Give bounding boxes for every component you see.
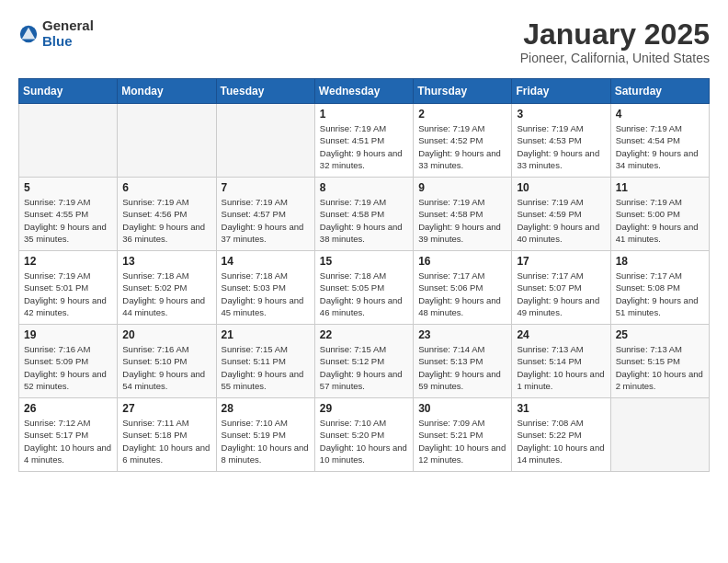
calendar-week-row: 19Sunrise: 7:16 AM Sunset: 5:09 PM Dayli…: [19, 325, 710, 398]
day-number: 17: [517, 255, 605, 268]
header: General Blue January 2025 Pioneer, Calif…: [18, 18, 710, 65]
calendar-cell: 14Sunrise: 7:18 AM Sunset: 5:03 PM Dayli…: [216, 251, 314, 325]
day-info: Sunrise: 7:14 AM Sunset: 5:13 PM Dayligh…: [418, 343, 506, 392]
day-of-week-header: Wednesday: [314, 79, 413, 104]
calendar-cell: 27Sunrise: 7:11 AM Sunset: 5:18 PM Dayli…: [118, 398, 216, 472]
day-of-week-header: Saturday: [610, 79, 709, 104]
day-number: 1: [320, 108, 408, 121]
day-number: 5: [24, 181, 112, 194]
day-number: 13: [122, 255, 210, 268]
day-info: Sunrise: 7:19 AM Sunset: 4:51 PM Dayligh…: [320, 122, 408, 171]
logo-general: General: [42, 18, 94, 34]
logo-blue: Blue: [42, 34, 94, 50]
calendar-week-row: 1Sunrise: 7:19 AM Sunset: 4:51 PM Daylig…: [19, 104, 710, 178]
day-of-week-header: Monday: [118, 79, 216, 104]
day-info: Sunrise: 7:16 AM Sunset: 5:10 PM Dayligh…: [122, 343, 210, 392]
calendar-cell: [118, 104, 216, 178]
day-info: Sunrise: 7:16 AM Sunset: 5:09 PM Dayligh…: [24, 343, 112, 392]
calendar-cell: 18Sunrise: 7:17 AM Sunset: 5:08 PM Dayli…: [610, 251, 709, 325]
day-number: 29: [320, 402, 408, 415]
day-info: Sunrise: 7:19 AM Sunset: 4:53 PM Dayligh…: [517, 122, 605, 171]
calendar-table: SundayMondayTuesdayWednesdayThursdayFrid…: [18, 78, 710, 472]
day-info: Sunrise: 7:19 AM Sunset: 5:01 PM Dayligh…: [24, 270, 112, 318]
day-of-week-header: Tuesday: [216, 79, 314, 104]
day-number: 4: [616, 108, 704, 121]
day-number: 24: [517, 328, 605, 341]
day-info: Sunrise: 7:12 AM Sunset: 5:17 PM Dayligh…: [24, 417, 112, 465]
day-number: 2: [418, 108, 506, 121]
day-number: 20: [122, 328, 210, 341]
day-number: 19: [24, 328, 112, 341]
calendar-cell: 24Sunrise: 7:13 AM Sunset: 5:14 PM Dayli…: [512, 325, 610, 398]
day-info: Sunrise: 7:15 AM Sunset: 5:11 PM Dayligh…: [222, 343, 310, 392]
day-number: 8: [320, 181, 408, 194]
calendar-cell: 20Sunrise: 7:16 AM Sunset: 5:10 PM Dayli…: [118, 325, 216, 398]
day-info: Sunrise: 7:18 AM Sunset: 5:03 PM Dayligh…: [222, 270, 310, 318]
calendar-cell: 26Sunrise: 7:12 AM Sunset: 5:17 PM Dayli…: [19, 398, 118, 472]
day-number: 15: [320, 255, 408, 268]
days-of-week-row: SundayMondayTuesdayWednesdayThursdayFrid…: [19, 79, 710, 104]
day-info: Sunrise: 7:17 AM Sunset: 5:07 PM Dayligh…: [517, 270, 605, 318]
calendar-cell: 5Sunrise: 7:19 AM Sunset: 4:55 PM Daylig…: [19, 178, 118, 251]
calendar-cell: 21Sunrise: 7:15 AM Sunset: 5:11 PM Dayli…: [216, 325, 314, 398]
calendar-week-row: 5Sunrise: 7:19 AM Sunset: 4:55 PM Daylig…: [19, 178, 710, 251]
day-info: Sunrise: 7:15 AM Sunset: 5:12 PM Dayligh…: [320, 343, 408, 392]
day-number: 31: [517, 402, 605, 415]
calendar-cell: [216, 104, 314, 178]
calendar-cell: 28Sunrise: 7:10 AM Sunset: 5:19 PM Dayli…: [216, 398, 314, 472]
day-number: 25: [616, 328, 704, 341]
calendar-week-row: 26Sunrise: 7:12 AM Sunset: 5:17 PM Dayli…: [19, 398, 710, 472]
calendar-cell: 7Sunrise: 7:19 AM Sunset: 4:57 PM Daylig…: [216, 178, 314, 251]
day-info: Sunrise: 7:19 AM Sunset: 4:57 PM Dayligh…: [222, 196, 310, 245]
calendar-cell: 11Sunrise: 7:19 AM Sunset: 5:00 PM Dayli…: [610, 178, 709, 251]
day-number: 28: [222, 402, 310, 415]
day-number: 21: [222, 328, 310, 341]
day-info: Sunrise: 7:11 AM Sunset: 5:18 PM Dayligh…: [122, 417, 210, 465]
calendar-page: General Blue January 2025 Pioneer, Calif…: [0, 0, 728, 481]
calendar-cell: 30Sunrise: 7:09 AM Sunset: 5:21 PM Dayli…: [414, 398, 512, 472]
day-number: 18: [616, 255, 704, 268]
day-number: 30: [418, 402, 506, 415]
logo: General Blue: [18, 18, 94, 49]
day-info: Sunrise: 7:13 AM Sunset: 5:14 PM Dayligh…: [517, 343, 605, 392]
day-info: Sunrise: 7:18 AM Sunset: 5:02 PM Dayligh…: [122, 270, 210, 318]
day-info: Sunrise: 7:19 AM Sunset: 4:54 PM Dayligh…: [616, 122, 704, 171]
calendar-cell: 31Sunrise: 7:08 AM Sunset: 5:22 PM Dayli…: [512, 398, 610, 472]
day-info: Sunrise: 7:10 AM Sunset: 5:20 PM Dayligh…: [320, 417, 408, 465]
calendar-header: SundayMondayTuesdayWednesdayThursdayFrid…: [19, 79, 710, 104]
calendar-title: January 2025: [520, 18, 710, 51]
day-number: 23: [418, 328, 506, 341]
day-info: Sunrise: 7:17 AM Sunset: 5:08 PM Dayligh…: [616, 270, 704, 318]
day-info: Sunrise: 7:13 AM Sunset: 5:15 PM Dayligh…: [616, 343, 704, 392]
calendar-cell: 3Sunrise: 7:19 AM Sunset: 4:53 PM Daylig…: [512, 104, 610, 178]
calendar-cell: [19, 104, 118, 178]
day-number: 22: [320, 328, 408, 341]
calendar-cell: 12Sunrise: 7:19 AM Sunset: 5:01 PM Dayli…: [19, 251, 118, 325]
day-info: Sunrise: 7:19 AM Sunset: 4:58 PM Dayligh…: [320, 196, 408, 245]
calendar-cell: 29Sunrise: 7:10 AM Sunset: 5:20 PM Dayli…: [314, 398, 413, 472]
calendar-cell: 2Sunrise: 7:19 AM Sunset: 4:52 PM Daylig…: [414, 104, 512, 178]
day-of-week-header: Sunday: [19, 79, 118, 104]
calendar-cell: 22Sunrise: 7:15 AM Sunset: 5:12 PM Dayli…: [314, 325, 413, 398]
day-info: Sunrise: 7:19 AM Sunset: 5:00 PM Dayligh…: [616, 196, 704, 245]
day-number: 3: [517, 108, 605, 121]
day-info: Sunrise: 7:19 AM Sunset: 4:55 PM Dayligh…: [24, 196, 112, 245]
day-info: Sunrise: 7:17 AM Sunset: 5:06 PM Dayligh…: [418, 270, 506, 318]
logo-icon: [18, 24, 39, 44]
day-number: 6: [122, 181, 210, 194]
calendar-cell: 23Sunrise: 7:14 AM Sunset: 5:13 PM Dayli…: [414, 325, 512, 398]
day-info: Sunrise: 7:10 AM Sunset: 5:19 PM Dayligh…: [222, 417, 310, 465]
calendar-cell: 19Sunrise: 7:16 AM Sunset: 5:09 PM Dayli…: [19, 325, 118, 398]
calendar-cell: 6Sunrise: 7:19 AM Sunset: 4:56 PM Daylig…: [118, 178, 216, 251]
calendar-subtitle: Pioneer, California, United States: [520, 51, 710, 65]
day-number: 16: [418, 255, 506, 268]
day-number: 7: [222, 181, 310, 194]
day-number: 26: [24, 402, 112, 415]
day-info: Sunrise: 7:19 AM Sunset: 4:56 PM Dayligh…: [122, 196, 210, 245]
day-info: Sunrise: 7:18 AM Sunset: 5:05 PM Dayligh…: [320, 270, 408, 318]
calendar-cell: 16Sunrise: 7:17 AM Sunset: 5:06 PM Dayli…: [414, 251, 512, 325]
day-of-week-header: Thursday: [414, 79, 512, 104]
day-info: Sunrise: 7:08 AM Sunset: 5:22 PM Dayligh…: [517, 417, 605, 465]
day-info: Sunrise: 7:19 AM Sunset: 4:58 PM Dayligh…: [418, 196, 506, 245]
calendar-cell: 4Sunrise: 7:19 AM Sunset: 4:54 PM Daylig…: [610, 104, 709, 178]
